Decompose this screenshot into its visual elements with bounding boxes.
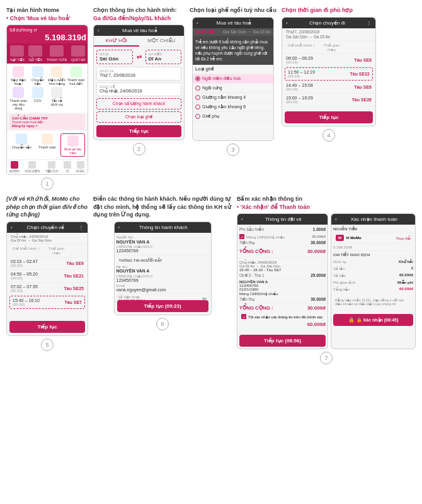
passengers-selector[interactable]: Chọn số lượng hành khách	[96, 98, 181, 109]
screen7a-continue-btn[interactable]: Tiếp tục (08:56)	[239, 335, 326, 347]
train-row-se9[interactable]: 02:15 – 02:47 (00:32) Tàu SE9	[7, 257, 88, 270]
train-row-se21[interactable]: 04:50 – 05:20 (00:30) Tàu SE21	[7, 270, 88, 283]
train-row-se26[interactable]: 19:00 – 19:29 (00:29) Tàu SE26	[282, 94, 375, 106]
radio-giuong-4[interactable]	[195, 95, 200, 100]
train-row-se22-highlighted[interactable]: 11:50 – 12:19 (00:29) Tàu SE22	[285, 67, 373, 81]
back-icon-6[interactable]: ‹	[118, 225, 120, 230]
nav-quet-ma[interactable]: QUÉT MÃ	[71, 45, 86, 62]
back-icon[interactable]: ‹	[98, 28, 100, 33]
screen5-menu[interactable]: ⋮	[79, 225, 84, 230]
radio-ngoi-cung[interactable]	[195, 86, 200, 91]
service-chuyen-tien-2[interactable]: Chuyển tiền	[9, 133, 34, 157]
back-icon-7b[interactable]: ‹	[335, 216, 337, 222]
return-date-field[interactable]: NGÀY VỀ Chủ nhật, 24/06/2018	[96, 82, 181, 96]
insurance-checkbox[interactable]	[239, 234, 244, 239]
screen3-active-tab[interactable]: KHỨ HỒI	[195, 30, 215, 35]
screen4-continue-btn[interactable]: Tiếp tục	[285, 111, 373, 123]
screen2-continue-btn[interactable]: Tiếp tục	[96, 125, 181, 137]
service-dien-nuoc[interactable]: Điện-nước nhà mạng	[48, 66, 66, 86]
booker-section-title: THÔNG TIN NGƯỜI ĐẶT	[117, 257, 209, 264]
booker-email-field[interactable]: Email vana.nguyen@gmail.com	[117, 284, 209, 292]
order-row-seat: Ghế 3 - Toa 1 29.000đ	[239, 272, 326, 279]
total-value-2: 30.000đ	[307, 305, 326, 311]
detail-row-amount: Số tiền 60.000đ	[333, 272, 413, 279]
train-row-se8[interactable]: 06:00 – 06:29 (00:29) Tàu SE8	[282, 54, 375, 67]
depart-date-field[interactable]: NGÀY ĐI Thứ 7, 23/06/2018	[96, 67, 181, 81]
seat-ngoi-cung[interactable]: Ngồi cứng	[193, 84, 273, 93]
service-cgv[interactable]: CGV	[29, 87, 47, 110]
screen6-btn-wrapper: Tiếp tục (09:23)	[115, 295, 211, 315]
screen5-continue-btn[interactable]: Tiếp tục	[9, 321, 85, 333]
screen6-title: Thông tin hành khách	[139, 225, 188, 230]
confirm-payment-btn[interactable]: 🔒 🔒 Xác nhận (08:45)	[333, 314, 413, 326]
service-mua-ve-tau[interactable]: Mua vé tàu hỏa	[60, 133, 85, 157]
service-thanh-toan-2[interactable]: Thanh toán	[35, 133, 60, 157]
step-1-line1: Tại màn hình Home	[6, 7, 59, 13]
train-row-se7-highlighted[interactable]: 15:40 – 16:10 (00:30) Tàu SE7	[9, 296, 85, 309]
step-5-italic: (Với vé Khứ hồi, MoMo cho phép chọn thời…	[6, 196, 88, 218]
seat-giuong-4[interactable]: Giường nằm khoang 4	[193, 93, 273, 103]
screen5-title: Chọn chuyến về	[27, 225, 64, 230]
screen5-route: Chủ nhật, 24/06/2018 Ga Dĩ An → Ga Sài G…	[7, 233, 88, 244]
confirm-checkbox-row[interactable]: Tôi xác nhận các thông tin trên đã chính…	[239, 313, 326, 320]
back-icon-3[interactable]: ‹	[197, 20, 198, 26]
radio-giuong-6[interactable]	[195, 104, 200, 109]
train-row-se6[interactable]: 14:40 – 15:08 (00:28) Tàu SE6	[282, 81, 375, 94]
divider-1	[117, 255, 209, 255]
nav-nap-tien[interactable]: NẠP TIỀN	[10, 45, 24, 62]
confirm-checkbox[interactable]	[241, 314, 246, 319]
nav-vi[interactable]: VÍ	[64, 161, 71, 173]
screen6-continue-btn[interactable]: Tiếp tục (09:23)	[117, 300, 208, 312]
tab-mot-chieu[interactable]: MỘT CHIỀU	[139, 36, 185, 47]
nav-tien-ich[interactable]: TIỆN ÍCH	[45, 161, 59, 173]
station-from[interactable]: GA ĐI Sài Gòn	[96, 50, 133, 64]
seat-giuong-6[interactable]: Giường nằm khoang 6	[193, 103, 273, 112]
nav-gui-tien[interactable]: GỬI TIỀN	[28, 45, 42, 62]
train-row-se25[interactable]: 07:02 – 07:35 (00:33) Tàu SE25	[7, 283, 88, 295]
station-to[interactable]: GA ĐẾN Dĩ An	[145, 50, 182, 64]
swap-icon[interactable]: ⇄	[137, 53, 142, 60]
screen4-menu[interactable]: ⋮	[367, 20, 372, 26]
screen3-header: ‹ Mua vé tàu hoả	[193, 18, 273, 28]
back-icon-7a[interactable]: ‹	[241, 216, 243, 222]
step-2-line1: Chọn thông tin cho hành trình:	[93, 7, 176, 13]
radio-ngoi-mem[interactable]	[195, 76, 200, 81]
wallet-link[interactable]: Thay đổi	[396, 236, 411, 240]
seat-ghe-phu[interactable]: Ghế phụ	[193, 112, 273, 121]
tab-khu-hoi[interactable]: KHỨ HỒI	[94, 36, 139, 47]
se9-duration: (00:32)	[11, 264, 38, 267]
order-row-fee: Tiền thụ 30.000đ	[239, 240, 326, 247]
detail-service-value: Khứ hồi	[399, 259, 413, 264]
se26-time: 19:00 – 19:29	[286, 96, 313, 100]
screen7b-header: ‹ Xác nhận thanh toán	[331, 214, 415, 225]
back-icon-5[interactable]: ‹	[11, 225, 13, 230]
service-all[interactable]: Tất cả dịch vụ	[48, 87, 66, 110]
nav-khac[interactable]: KHÁC	[76, 161, 85, 173]
back-icon-4[interactable]: ‹	[286, 20, 288, 26]
return-value: Chủ nhật, 24/06/2018	[100, 89, 178, 94]
nav-momo[interactable]: MOMO	[9, 161, 20, 173]
service-thanh-toan-hd[interactable]: Thanh toán hoá đơn	[67, 66, 86, 86]
step-3-desc: Chọn loại ghế ngồi tuỳ nhu cầu	[190, 6, 277, 14]
divider-payment	[333, 250, 413, 251]
screen7b-btn-wrapper: 🔒 🔒 Xác nhận (08:45)	[331, 310, 415, 328]
screen-2: ‹ Mua vé tàu hoả KHỨ HỒI MỘT CHIỀU GA ĐI…	[93, 25, 185, 140]
service-nap-dien[interactable]: Nạp điện thoại	[9, 66, 28, 86]
payment-method-row[interactable]: M Ví MoMo Thay đổi	[333, 232, 413, 244]
insurance-label: Phí bảo hiểm	[239, 227, 264, 232]
nav-hoa-don[interactable]: HÓA ĐƠN	[25, 161, 40, 173]
seat-selector[interactable]: Chọn loại ghế	[96, 111, 181, 123]
screen7a-header: ‹ Thông tin đặt vé	[237, 214, 328, 225]
depart-date: Chủ nhật, 24/06/2018	[239, 260, 326, 264]
step-7-desc: Bấm xác nhận thông tin • 'Xác nhận' để T…	[237, 195, 416, 211]
radio-ghe-phu[interactable]	[195, 114, 200, 119]
momo-wallet: M Ví MoMo	[336, 235, 362, 241]
nav-thanh-toan[interactable]: THANH TOÁN	[47, 45, 67, 62]
detail-total-value: 60.000đ	[399, 287, 413, 291]
service-vay-tieu-dung[interactable]: Thanh toán vay tiêu dùng	[9, 87, 28, 110]
service-chuyen-tien[interactable]: Chuyển tiền	[29, 66, 47, 86]
seat-ngoi-mem[interactable]: Ngồi mềm điều hoà	[193, 74, 273, 84]
screen4-col-headers: Giờ khởi hành ↕ Thời gian chạy	[282, 41, 375, 54]
grand-total-value: 60.000đ	[307, 322, 326, 327]
step-1-line2: • Chọn 'Mua vé tàu hoả'	[6, 15, 71, 21]
